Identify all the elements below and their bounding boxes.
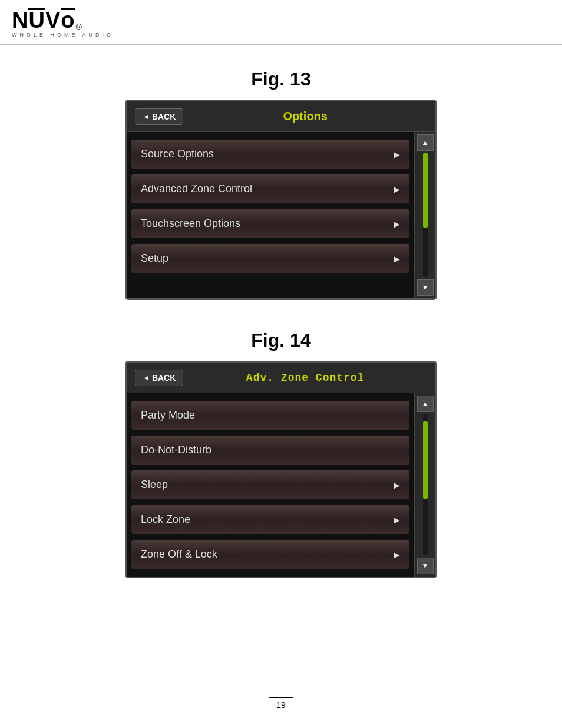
fig13-menu-list: Source Options ▶ Advanced Zone Control ▶… (127, 132, 414, 298)
fig14-screen: .screen-title-14 { flex: 1; text-align: … (125, 361, 437, 578)
setup-label: Setup (141, 252, 168, 265)
fig14-header: .screen-title-14 { flex: 1; text-align: … (127, 363, 435, 393)
sleep-label: Sleep (141, 479, 168, 491)
back-arrow-icon: ◄ (143, 113, 150, 121)
setup-arrow-icon: ▶ (394, 254, 400, 263)
page-number: 19 (269, 697, 293, 710)
page-content: Fig. 13 ◄ BACK Options Source Options ▶ … (0, 45, 562, 608)
back-label-14: BACK (152, 373, 176, 383)
logo-v: V (45, 9, 61, 31)
fig14-screen-title: Adv. Zone Control (183, 372, 427, 384)
zone-off-lock-label: Zone Off & Lock (141, 548, 217, 561)
scroll-up-button[interactable]: ▲ (417, 134, 434, 151)
logo-n: N (12, 9, 28, 31)
back-label: BACK (152, 112, 176, 121)
menu-spacer (127, 276, 414, 294)
fig14-title: Fig. 14 (251, 330, 310, 351)
logo-tagline: Whole Home Audio (12, 32, 114, 38)
logo-o-macron: o (61, 8, 75, 31)
menu-item-party-mode[interactable]: Party Mode (131, 401, 409, 430)
advanced-zone-arrow-icon: ▶ (394, 185, 400, 194)
fig13-back-button[interactable]: ◄ BACK (135, 108, 183, 125)
zone-off-lock-arrow-icon: ▶ (394, 550, 400, 559)
fig14-menu-list: Party Mode Do-Not-Disturb Sleep ▶ Lock Z… (127, 393, 414, 577)
source-options-arrow-icon: ▶ (394, 150, 400, 159)
menu-item-setup[interactable]: Setup ▶ (131, 244, 409, 273)
scroll-up-button-14[interactable]: ▲ (417, 396, 434, 412)
touchscreen-label: Touchscreen Options (141, 218, 240, 230)
party-mode-label: Party Mode (141, 409, 195, 421)
fig13-scrollbar: ▲ ▼ (414, 132, 435, 298)
menu-item-source-options[interactable]: Source Options ▶ (131, 140, 409, 169)
menu-item-touchscreen[interactable]: Touchscreen Options ▶ (131, 209, 409, 238)
page-header: N U V o ® Whole Home Audio (0, 0, 562, 45)
scroll-down-button-14[interactable]: ▼ (417, 558, 434, 574)
registered-mark: ® (75, 23, 82, 31)
menu-item-dnd[interactable]: Do-Not-Disturb (131, 436, 409, 465)
source-options-label: Source Options (141, 148, 214, 160)
fig13-header: ◄ BACK Options (127, 101, 435, 132)
scroll-thumb (423, 153, 428, 228)
touchscreen-arrow-icon: ▶ (394, 219, 400, 229)
logo-wordmark: N U V o ® (12, 8, 114, 31)
fig14-body: Party Mode Do-Not-Disturb Sleep ▶ Lock Z… (127, 393, 435, 577)
menu-item-lock-zone[interactable]: Lock Zone ▶ (131, 505, 409, 534)
back-arrow-icon-14: ◄ (143, 374, 150, 382)
menu-item-sleep[interactable]: Sleep ▶ (131, 470, 409, 499)
brand-logo: N U V o ® Whole Home Audio (12, 8, 114, 38)
scroll-track-14 (423, 414, 428, 555)
fig13-screen: ◄ BACK Options Source Options ▶ Advanced… (125, 100, 437, 300)
scroll-thumb-14 (423, 421, 428, 499)
dnd-label: Do-Not-Disturb (141, 444, 211, 456)
logo-u-macron: U (28, 8, 45, 31)
menu-item-zone-off-lock[interactable]: Zone Off & Lock ▶ (131, 540, 409, 569)
fig13-body: Source Options ▶ Advanced Zone Control ▶… (127, 132, 435, 298)
page-footer: 19 (269, 686, 293, 728)
fig13-screen-title: Options (183, 110, 427, 123)
sleep-arrow-icon: ▶ (394, 480, 400, 490)
menu-item-advanced-zone[interactable]: Advanced Zone Control ▶ (131, 174, 409, 203)
fig14-scrollbar: ▲ ▼ (414, 393, 435, 577)
fig13-title: Fig. 13 (251, 68, 310, 90)
scroll-track (423, 153, 428, 277)
lock-zone-arrow-icon: ▶ (394, 515, 400, 525)
scroll-down-button[interactable]: ▼ (417, 279, 434, 296)
advanced-zone-label: Advanced Zone Control (141, 183, 252, 195)
lock-zone-label: Lock Zone (141, 513, 190, 526)
fig14-back-button[interactable]: ◄ BACK (135, 370, 183, 386)
